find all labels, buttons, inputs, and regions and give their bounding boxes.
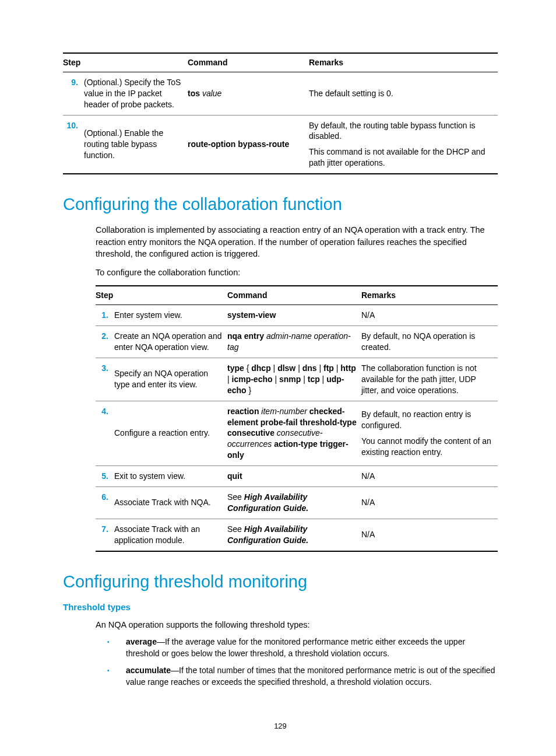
document-page: Step Command Remarks 9. (Optional.) Spec… bbox=[0, 0, 556, 754]
remarks-cell: By default, the routing table bypass fun… bbox=[309, 115, 498, 174]
remarks-cell: N/A bbox=[361, 466, 498, 487]
paragraph: Collaboration is implemented by associat… bbox=[96, 224, 498, 260]
remarks-cell: The default setting is 0. bbox=[309, 72, 498, 115]
bullet-term: accumulate bbox=[126, 666, 171, 675]
cmd-bold: dhcp bbox=[251, 363, 270, 373]
step-desc: Create an NQA operation and enter NQA op… bbox=[114, 326, 227, 358]
cmd-text: } bbox=[247, 386, 252, 395]
cmd-text: | bbox=[273, 374, 279, 384]
cmd-text: See bbox=[227, 524, 244, 534]
cmd-text: | bbox=[271, 363, 277, 373]
cmd-bold: ftp bbox=[323, 363, 334, 373]
cmd-bold: tcp bbox=[308, 374, 320, 384]
step-desc: Configure a reaction entry. bbox=[114, 401, 227, 466]
cmd-ital: item-number bbox=[259, 407, 307, 416]
cmd-text: | bbox=[317, 363, 323, 373]
step-number: 6. bbox=[96, 487, 114, 519]
table-collab-steps: Step Command Remarks 1. Enter system vie… bbox=[96, 285, 498, 551]
remarks-cell: By default, no NQA operation is created. bbox=[361, 326, 498, 358]
table-optional-steps: Step Command Remarks 9. (Optional.) Spec… bbox=[63, 52, 498, 174]
step-number: 2. bbox=[96, 326, 114, 358]
remarks-text: This command is not available for the DH… bbox=[309, 146, 494, 169]
remarks-cell: N/A bbox=[361, 487, 498, 519]
cmd-bold: reaction bbox=[227, 407, 259, 416]
step-desc: Associate Track with an application modu… bbox=[114, 519, 227, 551]
step-number: 9. bbox=[63, 72, 84, 115]
table-row: 10. (Optional.) Enable the routing table… bbox=[63, 115, 498, 174]
bullet-list: average—If the average value for the mon… bbox=[107, 636, 498, 688]
table-row: 2. Create an NQA operation and enter NQA… bbox=[96, 326, 498, 358]
command-cell: See High Availability Configuration Guid… bbox=[227, 519, 361, 551]
bullet-text: —If the total number of times that the m… bbox=[126, 666, 495, 687]
table-header-row: Step Command Remarks bbox=[63, 53, 498, 72]
col-header-step: Step bbox=[96, 286, 227, 304]
cmd-bold: system-view bbox=[227, 310, 276, 320]
step-desc: Exit to system view. bbox=[114, 466, 227, 487]
cmd-bold: dlsw bbox=[277, 363, 295, 373]
cmd-bold: nqa entry bbox=[227, 331, 264, 341]
paragraph: To configure the collaboration function: bbox=[96, 267, 498, 278]
table-row: 9. (Optional.) Specify the ToS value in … bbox=[63, 72, 498, 115]
remarks-text: N/A bbox=[361, 310, 494, 321]
remarks-cell: N/A bbox=[361, 519, 498, 551]
table-row: 4. Configure a reaction entry. reaction … bbox=[96, 401, 498, 466]
col-header-step: Step bbox=[63, 53, 188, 72]
col-header-command: Command bbox=[188, 53, 309, 72]
remarks-text: N/A bbox=[361, 471, 494, 482]
command-cell: See High Availability Configuration Guid… bbox=[227, 487, 361, 519]
command-cell: system-view bbox=[227, 305, 361, 326]
cmd-bold: http bbox=[340, 363, 356, 373]
bullet-text: —If the average value for the monitored … bbox=[126, 637, 465, 658]
cmd-text: { bbox=[244, 363, 251, 373]
command-cell: route-option bypass-route bbox=[188, 115, 309, 174]
cmd-bold: icmp-echo bbox=[232, 374, 273, 384]
step-desc: Enter system view. bbox=[114, 305, 227, 326]
table-row: 7. Associate Track with an application m… bbox=[96, 519, 498, 551]
heading-threshold: Configuring threshold monitoring bbox=[63, 570, 498, 593]
remarks-text: By default, no reaction entry is configu… bbox=[361, 409, 494, 431]
cmd-bold: route-option bypass-route bbox=[188, 139, 289, 149]
cmd-ital: value bbox=[200, 89, 221, 98]
command-cell: quit bbox=[227, 466, 361, 487]
cmd-bold: snmp bbox=[279, 374, 301, 384]
cmd-text: | bbox=[334, 363, 340, 373]
remarks-text: The default setting is 0. bbox=[309, 88, 494, 99]
step-number: 4. bbox=[96, 401, 114, 466]
cmd-bold: quit bbox=[227, 471, 242, 481]
step-desc: Associate Track with NQA. bbox=[114, 487, 227, 519]
table-row: 5. Exit to system view. quit N/A bbox=[96, 466, 498, 487]
cmd-text: | bbox=[295, 363, 302, 373]
table-header-row: Step Command Remarks bbox=[96, 286, 498, 304]
cmd-bold: tos bbox=[188, 89, 200, 98]
remarks-text: You cannot modify the content of an exis… bbox=[361, 436, 494, 458]
remarks-cell: The collaboration function is not availa… bbox=[361, 358, 498, 401]
list-item: average—If the average value for the mon… bbox=[107, 636, 498, 659]
step-number: 10. bbox=[63, 115, 84, 174]
cmd-text: | bbox=[320, 374, 326, 384]
remarks-text: N/A bbox=[361, 529, 494, 540]
step-number: 7. bbox=[96, 519, 114, 551]
step-number: 3. bbox=[96, 358, 114, 401]
bullet-term: average bbox=[126, 637, 157, 646]
remarks-cell: N/A bbox=[361, 305, 498, 326]
remarks-text: The collaboration function is not availa… bbox=[361, 363, 494, 396]
col-header-command: Command bbox=[227, 286, 361, 304]
cmd-bold: dns bbox=[302, 363, 317, 373]
cmd-bold: type bbox=[227, 363, 244, 373]
heading-collaboration: Configuring the collaboration function bbox=[63, 193, 498, 216]
remarks-text: By default, no NQA operation is created. bbox=[361, 331, 494, 353]
col-header-remarks: Remarks bbox=[309, 53, 498, 72]
table-row: 6. Associate Track with NQA. See High Av… bbox=[96, 487, 498, 519]
step-number: 5. bbox=[96, 466, 114, 487]
cmd-text: | bbox=[301, 374, 307, 384]
col-header-remarks: Remarks bbox=[361, 286, 498, 304]
command-cell: type { dhcp | dlsw | dns | ftp | http | … bbox=[227, 358, 361, 401]
table-row: 1. Enter system view. system-view N/A bbox=[96, 305, 498, 326]
step-desc: (Optional.) Specify the ToS value in the… bbox=[84, 72, 188, 115]
table-row: 3. Specify an NQA operation type and ent… bbox=[96, 358, 498, 401]
paragraph: An NQA operation supports the following … bbox=[96, 619, 498, 631]
page-number: 129 bbox=[63, 721, 498, 732]
remarks-text: By default, the routing table bypass fun… bbox=[309, 120, 494, 142]
step-desc: (Optional.) Enable the routing table byp… bbox=[84, 115, 188, 174]
remarks-text: N/A bbox=[361, 497, 494, 508]
